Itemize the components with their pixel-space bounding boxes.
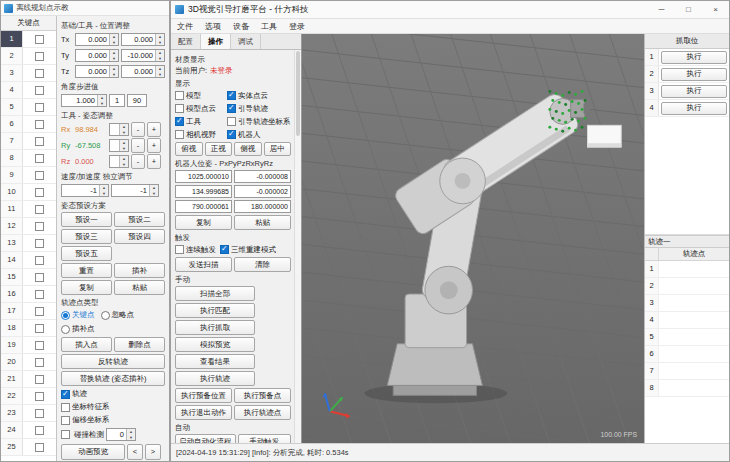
- point-checkbox[interactable]: [35, 120, 44, 129]
- menu-item-0[interactable]: 文件: [171, 21, 199, 32]
- view-button[interactable]: 正视: [205, 142, 233, 156]
- point-row-number[interactable]: 22: [1, 388, 23, 404]
- point-row-number[interactable]: 1: [1, 31, 23, 47]
- manual-action-button[interactable]: 执行匹配: [175, 303, 255, 318]
- radio-icon[interactable]: [61, 325, 70, 334]
- interpolate-button[interactable]: 插补: [114, 263, 165, 278]
- radio-icon[interactable]: [101, 311, 110, 320]
- point-checkbox[interactable]: [35, 188, 44, 197]
- spin-down-icon[interactable]: ▼: [120, 162, 128, 168]
- point-checkbox[interactable]: [35, 273, 44, 282]
- spin-down-icon[interactable]: ▼: [156, 56, 164, 62]
- angle-step-input[interactable]: 1.000 ▲▼: [61, 94, 107, 107]
- copy-button[interactable]: 复制: [61, 280, 112, 295]
- point-checkbox[interactable]: [35, 239, 44, 248]
- manual-action-button[interactable]: 执行退出动作: [175, 405, 232, 420]
- animation-preview-button[interactable]: 动画预览: [61, 444, 125, 460]
- position-value-input[interactable]: 0.000▲▼: [121, 33, 165, 46]
- point-row-number[interactable]: 24: [1, 422, 23, 438]
- preview-next-button[interactable]: >: [145, 444, 161, 460]
- spinner-arrows[interactable]: ▲▼: [109, 66, 118, 77]
- execute-button[interactable]: 执行: [661, 85, 727, 98]
- point-row-number[interactable]: 4: [1, 82, 23, 98]
- checkbox[interactable]: [227, 104, 236, 113]
- display-option[interactable]: 引导轨迹坐标系: [227, 116, 291, 127]
- point-type-option[interactable]: 忽略点: [101, 309, 135, 321]
- spin-down-icon[interactable]: ▼: [120, 130, 128, 136]
- checkbox[interactable]: [175, 104, 184, 113]
- spinner-arrows[interactable]: ▲▼: [109, 50, 118, 61]
- point-checkbox[interactable]: [35, 154, 44, 163]
- position-step-input[interactable]: 0.000▲▼: [75, 65, 119, 78]
- menu-item-1[interactable]: 选项: [199, 21, 227, 32]
- preview-prev-button[interactable]: <: [127, 444, 143, 460]
- spinner-arrows[interactable]: ▲▼: [126, 429, 135, 440]
- clear-button[interactable]: 清除: [234, 257, 291, 272]
- spinner-arrows[interactable]: ▲▼: [119, 124, 128, 135]
- point-checkbox[interactable]: [35, 290, 44, 299]
- display-check[interactable]: 轨迹: [61, 388, 165, 400]
- pose-value[interactable]: -0.000008: [234, 170, 291, 183]
- track-row[interactable]: 7: [645, 363, 729, 380]
- track-row[interactable]: 5: [645, 329, 729, 346]
- point-checkbox[interactable]: [35, 137, 44, 146]
- checkbox[interactable]: [227, 130, 236, 139]
- manual-action-button[interactable]: 执行抓取: [175, 320, 255, 335]
- point-row-number[interactable]: 11: [1, 201, 23, 217]
- spinner-arrows[interactable]: ▲▼: [149, 185, 158, 196]
- attitude-step-input[interactable]: ▲▼: [109, 123, 129, 136]
- view-button[interactable]: 侧视: [234, 142, 262, 156]
- spin-down-icon[interactable]: ▼: [150, 191, 158, 197]
- point-checkbox[interactable]: [35, 392, 44, 401]
- manual-action-button[interactable]: 执行预备点: [234, 388, 291, 403]
- send-scan-button[interactable]: 发送扫描: [175, 257, 232, 272]
- trigger-check[interactable]: 三维重建模式: [220, 244, 276, 255]
- checkbox[interactable]: [175, 117, 184, 126]
- attitude-step-input[interactable]: ▲▼: [109, 155, 129, 168]
- pose-value[interactable]: 134.999685: [175, 185, 232, 198]
- spinner-arrows[interactable]: ▲▼: [155, 50, 164, 61]
- point-row-number[interactable]: 25: [1, 439, 23, 455]
- point-checkbox[interactable]: [35, 324, 44, 333]
- checkbox[interactable]: [220, 245, 229, 254]
- point-row-number[interactable]: 23: [1, 405, 23, 421]
- point-row-number[interactable]: 5: [1, 99, 23, 115]
- insert-point-button[interactable]: 插入点: [61, 337, 112, 352]
- track-row[interactable]: 4: [645, 312, 729, 329]
- view-button[interactable]: 俯视: [175, 142, 203, 156]
- checkbox[interactable]: [175, 130, 184, 139]
- point-row-number[interactable]: 9: [1, 167, 23, 183]
- point-checkbox[interactable]: [35, 103, 44, 112]
- pose-value[interactable]: 1025.000010: [175, 170, 232, 183]
- checkbox[interactable]: [61, 403, 70, 412]
- settings-scrollbar[interactable]: [294, 50, 301, 443]
- manual-action-button[interactable]: 执行轨迹: [175, 371, 255, 386]
- settings-tab-2[interactable]: 调试: [231, 34, 261, 49]
- preset-button[interactable]: 预设四: [114, 229, 165, 244]
- point-row-number[interactable]: 21: [1, 371, 23, 387]
- point-row-number[interactable]: 19: [1, 337, 23, 353]
- point-checkbox[interactable]: [35, 341, 44, 350]
- preset-button[interactable]: 预设五: [61, 246, 112, 261]
- attitude-plus-button[interactable]: +: [147, 122, 161, 137]
- spinner-arrows[interactable]: ▲▼: [119, 140, 128, 151]
- manual-action-button[interactable]: 执行轨迹点: [234, 405, 291, 420]
- point-checkbox[interactable]: [35, 171, 44, 180]
- position-step-input[interactable]: 0.000▲▼: [75, 49, 119, 62]
- close-button[interactable]: ×: [702, 1, 729, 18]
- minimize-button[interactable]: ─: [648, 1, 675, 18]
- spin-down-icon[interactable]: ▼: [127, 435, 135, 441]
- point-row-number[interactable]: 10: [1, 184, 23, 200]
- settings-tab-0[interactable]: 配置: [171, 34, 201, 49]
- position-value-input[interactable]: 0.000▲▼: [121, 65, 165, 78]
- menu-item-3[interactable]: 工具: [255, 21, 283, 32]
- viewport-3d[interactable]: 100.00 FPS: [301, 34, 644, 443]
- point-row-number[interactable]: 15: [1, 269, 23, 285]
- attitude-minus-button[interactable]: -: [131, 154, 145, 169]
- checkbox[interactable]: [175, 91, 184, 100]
- attitude-plus-button[interactable]: +: [147, 138, 161, 153]
- menu-item-4[interactable]: 登录: [283, 21, 311, 32]
- point-checkbox[interactable]: [35, 409, 44, 418]
- spinner-arrows[interactable]: ▲▼: [155, 34, 164, 45]
- point-checkbox[interactable]: [35, 426, 44, 435]
